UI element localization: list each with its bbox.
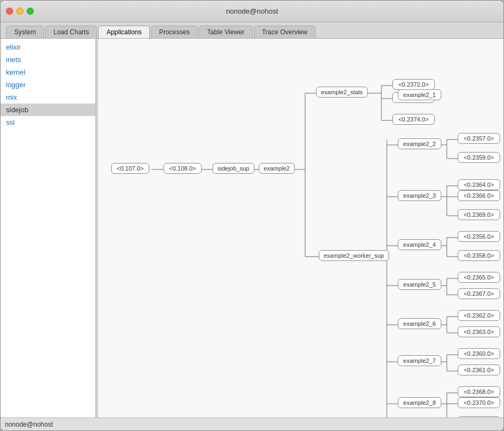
node-group-4[interactable]: example2_4 — [398, 239, 441, 250]
node-0.2359.0[interactable]: <0.2359.0> — [458, 152, 500, 163]
status-bar: nonode@nohost — [1, 417, 503, 430]
node-group-8[interactable]: example2_8 — [398, 397, 441, 408]
tab-table-viewer[interactable]: Table Viewer — [199, 26, 252, 38]
node-0.2364.0[interactable]: <0.2364.0> — [458, 179, 500, 190]
content-area: <0.107.0> <0.108.0> sidejob_sup example2… — [98, 39, 503, 417]
close-button[interactable] — [6, 8, 13, 15]
node-example2[interactable]: example2 — [259, 163, 295, 174]
node-0.2363.0[interactable]: <0.2363.0> — [458, 326, 500, 337]
node-group-5[interactable]: example2_5 — [398, 279, 441, 290]
main-content: elixir inets kernel logger mix sidejob s… — [1, 39, 503, 417]
tab-trace-overview[interactable]: Trace Overview — [254, 26, 316, 38]
sidebar-item-inets[interactable]: inets — [1, 53, 95, 66]
node-0108[interactable]: <0.108.0> — [163, 163, 202, 174]
sidebar-item-logger[interactable]: logger — [1, 78, 95, 91]
tab-processes[interactable]: Processes — [151, 26, 198, 38]
node-0.2360.0[interactable]: <0.2360.0> — [458, 348, 500, 359]
node-0.2358.0[interactable]: <0.2358.0> — [458, 250, 500, 261]
node-example2-worker-sup[interactable]: example2_worker_sup — [319, 250, 389, 261]
sidebar-item-kernel[interactable]: kernel — [1, 66, 95, 78]
node-0.2370.0[interactable]: <0.2370.0> — [458, 397, 500, 408]
node-sidejob-sup[interactable]: sidejob_sup — [212, 163, 254, 174]
node-0.2369.0[interactable]: <0.2369.0> — [458, 209, 500, 220]
sidebar-item-sidejob[interactable]: sidejob — [1, 104, 95, 116]
node-0.2374.0[interactable]: <0.2374.0> — [392, 114, 435, 125]
node-0.2365.0[interactable]: <0.2365.0> — [458, 272, 500, 283]
sidebar-item-mix[interactable]: mix — [1, 91, 95, 104]
node-group-3[interactable]: example2_3 — [398, 190, 441, 201]
traffic-lights — [6, 8, 34, 15]
tree-container: <0.107.0> <0.108.0> sidejob_sup example2… — [104, 44, 474, 417]
node-0.2371.0[interactable]: <0.2371.0> — [458, 416, 500, 417]
node-0.2362.0[interactable]: <0.2362.0> — [458, 310, 500, 321]
node-0.2372.0[interactable]: <0.2372.0> — [392, 79, 435, 90]
node-0.2368.0[interactable]: <0.2368.0> — [458, 386, 500, 397]
node-0.2357.0[interactable]: <0.2357.0> — [458, 133, 500, 144]
tab-system[interactable]: System — [6, 26, 44, 38]
node-0107[interactable]: <0.107.0> — [111, 163, 149, 174]
node-example2-stats[interactable]: example2_stats — [316, 87, 368, 98]
title-bar: nonode@nohost — [1, 1, 503, 22]
node-group-1[interactable]: example2_1 — [398, 89, 441, 100]
node-0.2356.0[interactable]: <0.2356.0> — [458, 231, 500, 242]
tab-applications[interactable]: Applications — [98, 26, 150, 38]
sidebar: elixir inets kernel logger mix sidejob s… — [1, 39, 96, 417]
tab-load-charts[interactable]: Load Charts — [45, 26, 97, 38]
node-group-2[interactable]: example2_2 — [398, 138, 441, 149]
sidebar-item-ssl[interactable]: ssl — [1, 116, 95, 129]
window-title: nonode@nohost — [226, 7, 278, 15]
node-0.2367.0[interactable]: <0.2367.0> — [458, 288, 500, 299]
status-text: nonode@nohost — [5, 421, 53, 428]
sidebar-item-elixir[interactable]: elixir — [1, 41, 95, 53]
tab-bar: System Load Charts Applications Processe… — [1, 22, 503, 39]
maximize-button[interactable] — [27, 8, 34, 15]
minimize-button[interactable] — [16, 8, 23, 15]
main-window: nonode@nohost System Load Charts Applica… — [0, 0, 504, 431]
node-group-7[interactable]: example2_7 — [398, 355, 441, 366]
node-0.2361.0[interactable]: <0.2361.0> — [458, 365, 500, 375]
node-0.2366.0[interactable]: <0.2366.0> — [458, 190, 500, 201]
node-group-6[interactable]: example2_6 — [398, 318, 441, 329]
